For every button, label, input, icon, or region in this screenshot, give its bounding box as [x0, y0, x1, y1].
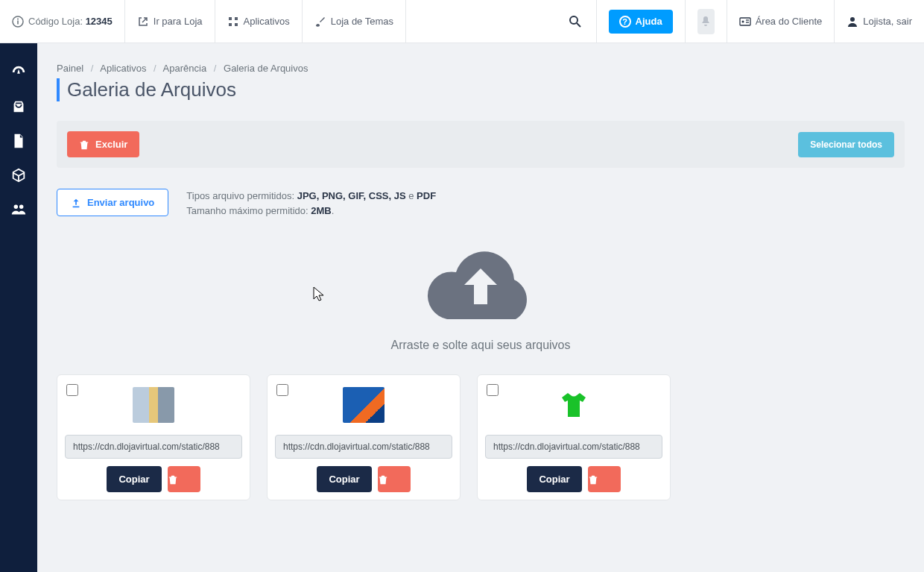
- upload-info: Tipos arquivo permitidos: JPG, PNG, GIF,…: [186, 189, 436, 218]
- client-area-link[interactable]: Área do Cliente: [727, 0, 835, 43]
- theme-store-link[interactable]: Loja de Temas: [303, 0, 406, 43]
- cloud-upload-icon: [417, 239, 544, 328]
- go-to-store-link[interactable]: Ir para Loja: [125, 0, 215, 43]
- store-code-label: Código Loja:: [28, 16, 83, 27]
- sidebar-item-orders[interactable]: [10, 98, 27, 115]
- svg-rect-3: [229, 17, 232, 20]
- notifications-button[interactable]: [686, 0, 727, 43]
- file-url-field[interactable]: [275, 435, 452, 459]
- breadcrumb-item[interactable]: Painel: [57, 63, 83, 74]
- upload-button[interactable]: Enviar arquivo: [57, 189, 168, 216]
- trash-icon: [168, 474, 178, 485]
- file-thumbnail[interactable]: [275, 384, 452, 426]
- id-card-icon: [739, 16, 751, 28]
- svg-rect-6: [235, 23, 238, 26]
- file-card: Copiar: [477, 374, 671, 500]
- sidebar-item-products[interactable]: [10, 167, 27, 183]
- file-thumbnail[interactable]: [65, 384, 242, 426]
- trash-icon: [79, 139, 89, 150]
- bulk-toolbar: Excluir Selecionar todos: [57, 121, 905, 168]
- svg-point-1: [17, 18, 19, 19]
- store-code: Código Loja: 12345: [0, 0, 125, 43]
- copy-button[interactable]: Copiar: [107, 466, 161, 492]
- upload-icon: [71, 198, 81, 208]
- logout-link[interactable]: Lojista, sair: [835, 0, 924, 43]
- delete-file-button[interactable]: [588, 466, 621, 492]
- upload-row: Enviar arquivo Tipos arquivo permitidos:…: [57, 189, 905, 218]
- select-all-button[interactable]: Selecionar todos: [798, 132, 894, 157]
- cursor-icon: [313, 286, 325, 301]
- svg-line-8: [577, 23, 580, 27]
- file-checkbox[interactable]: [487, 384, 499, 396]
- copy-button[interactable]: Copiar: [527, 466, 581, 492]
- main-content: Painel / Aplicativos / Aparência / Galer…: [37, 43, 924, 572]
- delete-file-button[interactable]: [168, 466, 200, 492]
- dropzone-label: Arraste e solte aqui seus arquivos: [57, 339, 905, 352]
- copy-button[interactable]: Copiar: [317, 466, 371, 492]
- file-url-field[interactable]: [485, 435, 662, 459]
- svg-rect-4: [235, 17, 238, 20]
- grid-icon: [227, 16, 239, 28]
- file-checkbox[interactable]: [276, 384, 288, 396]
- brush-icon: [314, 16, 326, 28]
- delete-file-button[interactable]: [378, 466, 411, 492]
- help-button[interactable]: ? Ajuda: [609, 10, 673, 34]
- apps-link[interactable]: Aplicativos: [215, 0, 303, 43]
- svg-point-7: [570, 16, 578, 24]
- breadcrumb-item-current: Galeria de Arquivos: [224, 63, 308, 74]
- file-thumbnail[interactable]: [485, 384, 662, 426]
- svg-rect-9: [740, 18, 750, 25]
- tshirt-icon: [559, 390, 589, 420]
- delete-button[interactable]: Excluir: [67, 131, 139, 157]
- info-icon: [12, 16, 24, 28]
- file-card: Copiar: [267, 374, 461, 500]
- top-header: Código Loja: 12345 Ir para Loja Aplicati…: [0, 0, 924, 43]
- trash-icon: [588, 474, 598, 485]
- svg-rect-5: [229, 23, 232, 26]
- external-link-icon: [137, 16, 149, 28]
- help-icon: ?: [619, 16, 631, 28]
- sidebar: [0, 43, 37, 572]
- search-icon: [568, 14, 583, 29]
- sidebar-item-dashboard[interactable]: [10, 64, 27, 81]
- breadcrumb-item[interactable]: Aplicativos: [100, 63, 146, 74]
- search-button[interactable]: [555, 0, 597, 43]
- sidebar-item-documents[interactable]: [10, 133, 27, 149]
- svg-point-10: [741, 20, 744, 22]
- breadcrumb-item[interactable]: Aparência: [163, 63, 207, 74]
- dropzone[interactable]: Arraste e solte aqui seus arquivos: [57, 231, 905, 374]
- sidebar-item-customers[interactable]: [10, 201, 27, 218]
- file-card: Copiar: [57, 374, 250, 500]
- user-icon: [847, 16, 858, 28]
- store-code-value: 12345: [86, 16, 113, 27]
- svg-rect-2: [17, 20, 19, 24]
- page-title: Galeria de Arquivos: [57, 78, 905, 101]
- file-url-field[interactable]: [65, 435, 242, 459]
- file-grid: Copiar Copiar: [57, 374, 905, 500]
- trash-icon: [378, 474, 388, 485]
- help-cell: ? Ajuda: [597, 0, 686, 43]
- bell-icon: [700, 16, 712, 28]
- svg-point-13: [850, 17, 855, 22]
- breadcrumb: Painel / Aplicativos / Aparência / Galer…: [57, 63, 905, 74]
- file-checkbox[interactable]: [66, 384, 78, 396]
